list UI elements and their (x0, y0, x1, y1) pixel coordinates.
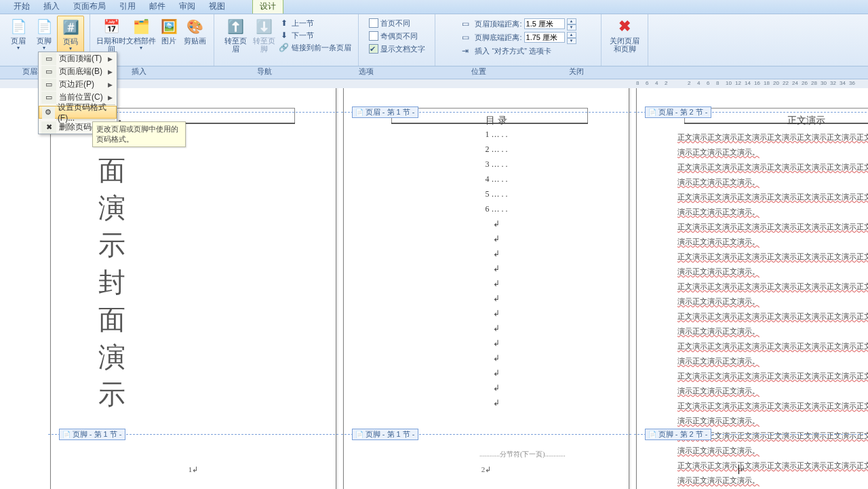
quick-parts-icon: 🗂️ (132, 17, 151, 36)
goto-header-button[interactable]: ⬆️ 转至页眉 (222, 16, 250, 56)
menu-item-label: 页面顶端(T) (59, 53, 102, 64)
page-1: 封面 演示 封面 演示 页脚 - 第 1 节 - 1↲ (50, 88, 336, 489)
next-section-button[interactable]: ⬇下一节 (279, 29, 351, 41)
footer-bottom-label: 页脚底端距离: (475, 33, 521, 43)
calendar-icon: 📅 (102, 17, 121, 36)
footer-bottom-input[interactable] (524, 32, 565, 43)
header-top-input[interactable] (524, 18, 565, 29)
clipart-icon: 🎨 (185, 17, 204, 36)
goto-footer-icon: ⬇️ (255, 17, 274, 36)
ribbon-tabs: 开始 插入 页面布局 引用 邮件 审阅 视图 设计 (0, 0, 868, 14)
group-position: ▭ 页眉顶端距离: ▲▼ ▭ 页脚底端距离: ▲▼ ⇥ 插入 “对齐方式” 选项… (435, 14, 601, 66)
page2-footer-tag[interactable]: 页脚 - 第 1 节 - (352, 429, 418, 440)
tab-view[interactable]: 视图 (202, 0, 232, 14)
group-navigation: ⬆️ 转至页眉 ⬇️ 转至页脚 ⬆上一节 ⬇下一节 🔗链接到前一条页眉 (214, 14, 359, 66)
tab-insert[interactable]: 插入 (37, 0, 66, 14)
tab-mailings[interactable]: 邮件 (142, 0, 172, 14)
tab-layout[interactable]: 页面布局 (66, 0, 113, 14)
up-arrow-icon: ⬆ (279, 18, 290, 28)
menu-tooltip: 更改页眉或页脚中使用的页码格式。 (92, 121, 186, 147)
menu-item-top[interactable]: ▭页面顶端(T)▶ (39, 52, 117, 65)
page3-footer-tag[interactable]: 页脚 - 第 2 节 - (645, 429, 711, 440)
menu-item-icon: ✖ (41, 121, 56, 134)
picture-button[interactable]: 🖼️ 图片 (156, 16, 182, 56)
page1-cover-text: 封面 演示 封面 演示 (98, 115, 309, 413)
ribbon: 📄 页眉▾ 📄 页脚▾ #️⃣ 页码▾ 📅 日期和时间 🗂️ 文档部件▾ (0, 14, 868, 66)
insert-alignment-tab-button[interactable]: ⇥ 插入 “对齐方式” 选项卡 (460, 44, 576, 58)
menu-item-icon: ▭ (41, 66, 56, 78)
quick-parts-button[interactable]: 🗂️ 文档部件▾ (126, 16, 156, 56)
menu-item-label: 页边距(P) (59, 79, 94, 90)
picture-icon: 🖼️ (159, 17, 178, 36)
menu-item-icon: ▭ (41, 79, 56, 91)
page1-number: 1↲ (51, 465, 336, 474)
menu-item-bottom[interactable]: ▭页面底端(B)▶ (39, 65, 117, 78)
section-break-label: ............分节符(下一页)............ (479, 450, 566, 459)
tab-references[interactable]: 引用 (113, 0, 142, 14)
footer-icon: 📄 (35, 17, 54, 36)
page-3: 页眉 - 第 2 节 - 正文演示 正文演示正文演示正文演示正文演示正文演示正文… (636, 88, 868, 489)
header-distance-icon: ▭ (460, 18, 471, 29)
footer-bottom-spinner[interactable]: ▲▼ (567, 32, 576, 43)
page2-number: 2↲ (344, 465, 629, 474)
date-time-button[interactable]: 📅 日期和时间 (96, 16, 126, 56)
different-first-page-checkbox[interactable]: 首页不同 (369, 17, 425, 29)
document-canvas[interactable]: 封面 演示 封面 演示 页脚 - 第 1 节 - 1↲ 页眉 - 第 1 节 -… (0, 88, 868, 489)
menu-item-icon: ⚙ (42, 106, 55, 119)
close-header-footer-button[interactable]: ✖ 关闭页眉和页脚 (607, 16, 642, 56)
goto-header-icon: ⬆️ (226, 17, 245, 36)
group-options: 首页不同 奇偶页不同 ✔显示文档文字 (359, 14, 435, 66)
menu-item-icon: ▭ (41, 92, 56, 104)
align-tab-icon: ⇥ (460, 45, 471, 56)
goto-footer-button: ⬇️ 转至页脚 (250, 16, 279, 56)
submenu-arrow-icon: ▶ (108, 81, 113, 88)
ribbon-group-titles: 页眉和页脚 插入 导航 选项 位置 关闭 (0, 66, 868, 79)
submenu-arrow-icon: ▶ (108, 69, 113, 75)
menu-item-icon: ▭ (41, 53, 56, 65)
header-button[interactable]: 📄 页眉▾ (5, 16, 31, 56)
menu-item-margin[interactable]: ▭页边距(P)▶ (39, 78, 117, 91)
link-previous-button[interactable]: 🔗链接到前一条页眉 (279, 41, 351, 54)
tab-review[interactable]: 审阅 (172, 0, 202, 14)
clipart-button[interactable]: 🎨 剪贴画 (182, 16, 208, 56)
menu-item-label: 设置页码格式(F)... (58, 102, 113, 123)
prev-section-button[interactable]: ⬆上一节 (279, 17, 351, 29)
footer-distance-icon: ▭ (460, 32, 471, 43)
close-icon: ✖ (615, 17, 634, 36)
page1-footer-tag[interactable]: 页脚 - 第 1 节 - (59, 429, 125, 440)
show-document-text-checkbox[interactable]: ✔显示文档文字 (369, 43, 425, 55)
page-number-icon: #️⃣ (61, 18, 80, 37)
down-arrow-icon: ⬇ (279, 30, 290, 41)
submenu-arrow-icon: ▶ (108, 94, 113, 101)
header-icon: 📄 (9, 17, 28, 36)
header-top-label: 页眉顶端距离: (475, 19, 521, 29)
page2-toc: 1 … . . 2 … . . 3 … . . 4 … . . 5 … . . … (391, 130, 601, 413)
tab-home[interactable]: 开始 (7, 0, 37, 14)
page3-number: ↲ (738, 465, 868, 474)
tab-design[interactable]: 设计 (252, 0, 283, 14)
page3-title: 正文演示 (677, 115, 868, 127)
menu-item-format[interactable]: ⚙设置页码格式(F)... (39, 106, 117, 119)
page-2: 页眉 - 第 1 节 - 目 录 1 … . . 2 … . . 3 … . .… (343, 88, 629, 489)
different-odd-even-checkbox[interactable]: 奇偶页不同 (369, 30, 425, 42)
group-close: ✖ 关闭页眉和页脚 (601, 14, 648, 66)
menu-item-label: 页面底端(B) (59, 66, 102, 77)
page2-title: 目 录 (391, 115, 601, 127)
link-icon: 🔗 (279, 42, 290, 53)
footer-button[interactable]: 📄 页脚▾ (31, 16, 57, 56)
submenu-arrow-icon: ▶ (108, 56, 113, 62)
header-top-spinner[interactable]: ▲▼ (567, 18, 576, 29)
